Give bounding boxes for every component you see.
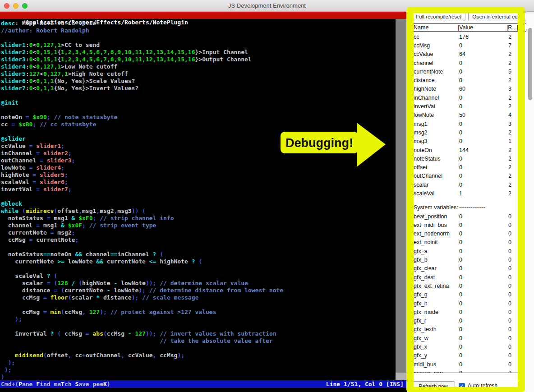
table-row[interactable]: ccValue642 [412,50,526,59]
code-line[interactable]: currentNote >= lowNote && currentNote <=… [1,258,396,265]
table-row[interactable]: ccMsg07 [412,41,526,50]
code-line[interactable]: slider6:0<0,1,1{No, Yes}>Scale Values? [1,78,396,85]
table-row[interactable]: gfx_ext_retina00 [412,281,526,290]
table-row[interactable]: noteStatus02 [412,154,526,163]
panel-scrollbar-thumb[interactable] [528,28,532,100]
table-row[interactable]: inChannel02 [412,93,526,102]
table-row[interactable]: gfx_h00 [412,299,526,308]
code-line[interactable] [1,345,396,352]
table-row[interactable]: gfx_dest00 [412,273,526,281]
table-row[interactable]: invertVal02 [412,102,526,111]
code-line[interactable]: slider3:0<0,15,1{1,2,3,4,5,6,7,8,9,10,11… [1,56,396,63]
table-row[interactable]: ext_midi_bus00 [412,221,526,229]
code-line[interactable]: highNote = slider5; [1,171,396,179]
table-row[interactable]: msg103 [412,120,526,128]
table-row[interactable]: gfx_g00 [412,291,526,299]
table-row[interactable]: gfx_texth00 [412,325,526,334]
code-line[interactable]: noteOn = $x90; // note statusbyte [1,114,396,121]
table-row[interactable]: beat_position00 [412,212,526,221]
table-row[interactable]: gfx_w00 [412,334,526,342]
table-row[interactable]: currentNote05 [412,67,526,76]
code-line[interactable]: @slider [1,135,396,143]
code-line[interactable]: lowNote = slider4; [1,164,396,171]
table-row[interactable]: ext_noinit00 [412,238,526,247]
code-line[interactable] [1,301,396,309]
column-header-refcount[interactable]: |R...| [506,24,518,31]
code-line[interactable]: channel = msg1 & $x0F; // strip event ty… [1,222,396,229]
variable-filter-input[interactable] [410,373,524,381]
table-row[interactable]: ext_nodenorm00 [412,230,526,238]
table-row[interactable]: msg301 [412,137,526,146]
code-line[interactable]: ccValue = slider1; [1,143,396,150]
code-line[interactable] [1,323,396,330]
table-row[interactable]: gfx_b00 [412,255,526,264]
table-row[interactable]: msg202 [412,128,526,137]
editor-scrollbar-thumb[interactable] [396,373,406,380]
table-row[interactable]: cc1762 [412,32,526,41]
code-line[interactable]: invertVal ? ( ccMsg = abs(ccMsg - 127));… [1,330,396,337]
table-row[interactable]: gfx_a00 [412,247,526,255]
code-line[interactable]: slider7:0<0,1,1{No, Yes}>Invert Values? [1,85,396,92]
table-row[interactable]: gfx_y00 [412,351,526,360]
code-line[interactable]: ccMsg = currentNote; [1,236,396,244]
table-row[interactable]: midi_bus00 [412,360,526,369]
table-row[interactable]: noteOn1442 [412,146,526,154]
code-line[interactable]: slider2:0<0,15,1{1,2,3,4,5,6,7,8,9,10,11… [1,49,396,56]
code-line[interactable] [1,34,396,42]
table-row[interactable]: gfx_x00 [412,342,526,351]
code-line[interactable]: ccMsg = floor(scalar * distance); // sca… [1,294,396,301]
table-row[interactable]: highNote603 [412,85,526,93]
code-line[interactable]: scaleVal = slider6; [1,179,396,186]
code-line[interactable]: desc: MIDI Note to CC value [1,20,396,27]
table-row[interactable]: offset02 [412,163,526,171]
code-line[interactable]: distance = (currentNote - lowNote); // d… [1,287,396,294]
table-row[interactable]: lowNote504 [412,111,526,120]
code-line[interactable] [1,128,396,135]
code-line[interactable]: @init [1,99,396,106]
code-line[interactable]: slider4:0<0,127,1>Low Note cutoff [1,63,396,70]
code-line[interactable]: noteStatus = msg1 & $xF0; // strip chann… [1,215,396,222]
code-line[interactable]: scalar = (128 / (highNote - lowNote)); /… [1,280,396,287]
code-editor[interactable]: desc: MIDI Note to CC value//author: Rob… [0,19,396,380]
code-line[interactable] [1,193,396,200]
table-row[interactable]: gfx_mode00 [412,308,526,316]
table-row[interactable]: channel02 [412,59,526,67]
column-header-name[interactable]: Name [414,24,428,31]
panel-scrollbar-track[interactable] [526,12,534,392]
code-line[interactable] [1,106,396,114]
code-line[interactable]: invertVal = slider7; [1,186,396,193]
code-line[interactable]: cc = $xB0; // cc statusbyte [1,121,396,128]
table-row[interactable]: scaleVal12 [412,189,526,198]
code-line[interactable]: midisend(offset, cc+outChannel, ccValue,… [1,352,396,359]
code-line[interactable]: @block [1,200,396,208]
code-line[interactable]: ) [1,374,396,380]
refresh-now-button[interactable]: Refresh now [411,381,455,392]
table-row[interactable]: mouse_cap00 [412,369,526,373]
code-line[interactable]: outChannel = slider3; [1,157,396,164]
code-line[interactable]: ); [1,316,396,323]
column-header-value[interactable]: |Value [458,24,473,31]
editor-scrollbar[interactable] [396,19,406,380]
code-line[interactable]: slider5:127<0,127,1>High Note cutoff [1,70,396,78]
open-external-editor-button[interactable]: Open in external editor [468,12,529,21]
auto-refresh-checkbox[interactable]: ✓ [459,383,465,389]
code-line[interactable] [1,244,396,251]
code-line[interactable]: noteStatus==noteOn && channel==inChannel… [1,251,396,258]
code-line[interactable] [1,265,396,272]
table-row[interactable]: gfx_r00 [412,317,526,325]
code-line[interactable] [1,92,396,99]
code-line[interactable]: inChannel = slider2; [1,150,396,157]
code-line[interactable]: ccMsg = min(ccMsg, 127); // protect agai… [1,309,396,316]
full-recompile-button[interactable]: Full recompile/reset [412,12,465,21]
code-line[interactable]: slider1:0<0,127,1>CC to send [1,42,396,49]
code-line[interactable]: currentNote = msg2; [1,229,396,236]
system-variables-header-row[interactable]: System variables:-------------- [412,203,526,212]
code-line[interactable]: scaleVal ? ( [1,272,396,280]
window-titlebar[interactable]: JS Development Environment [0,0,534,12]
table-row[interactable]: scalar02 [412,180,526,189]
code-line[interactable]: //author: Robert Randolph [1,27,396,34]
code-line[interactable]: // take the absolute value after [1,337,396,345]
code-line[interactable]: ); [1,366,396,374]
code-line[interactable]: while (midirecv(offset,msg1,msg2,msg3)) … [1,208,396,215]
table-row[interactable]: gfx_clear00 [412,264,526,273]
